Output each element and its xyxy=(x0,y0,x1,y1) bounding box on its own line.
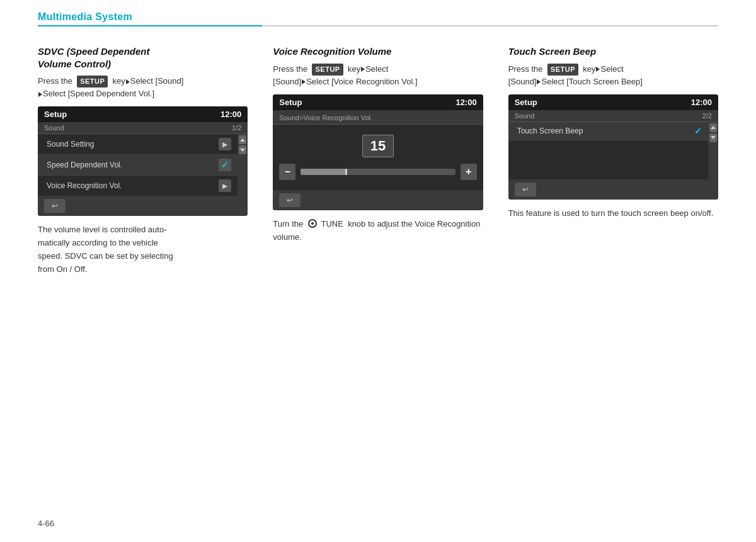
voice-rec-body-tune-pre: Turn the xyxy=(273,219,303,229)
voice-rec-desc-key: key xyxy=(348,64,360,74)
touch-beep-row-label: Touch Screen Beep xyxy=(517,127,694,135)
sdvc-scroll-down[interactable] xyxy=(239,145,246,154)
sdvc-scroll-up-arrow xyxy=(240,138,245,142)
sdvc-row-icon-3: ▶ xyxy=(219,179,231,192)
sdvc-scroll-up[interactable] xyxy=(239,135,246,144)
header: Multimedia System xyxy=(0,0,756,26)
voice-rec-body-text: Turn the TUNE knob to adjust the Voice R… xyxy=(273,218,483,244)
sdvc-row-label-2: Speed Dependent Vol. xyxy=(47,161,215,169)
col-touch-beep: Touch Screen Beep Press the SETUP keySel… xyxy=(508,45,718,276)
touch-beep-scroll-down-arrow xyxy=(711,136,716,139)
sdvc-desc: Press the SETUP keySelect [Sound] Select… xyxy=(38,75,248,100)
sdvc-screen-page: 1/2 xyxy=(232,124,241,132)
touch-beep-title: Touch Screen Beep xyxy=(508,45,718,58)
touch-beep-screen-time: 12:00 xyxy=(691,98,712,107)
voice-rec-arrow2 xyxy=(302,79,306,84)
touch-beep-title-em: Touch Screen Beep xyxy=(508,46,596,57)
voice-rec-desc: Press the SETUP keySelect [Sound]Select … xyxy=(273,63,483,88)
voice-rec-vol-marker xyxy=(345,169,347,175)
sdvc-row-label-1: Sound Setting xyxy=(47,140,215,149)
voice-rec-vol-fill xyxy=(301,169,347,175)
sdvc-screen: Setup 12:00 Sound 1/2 Sound Setting ▶ xyxy=(38,106,248,216)
main-content: SDVC (Speed DependentVolume Control) Pre… xyxy=(0,26,756,276)
touch-beep-scroll-area: Touch Screen Beep ✓ xyxy=(508,122,718,179)
touch-beep-arrow1 xyxy=(596,67,600,72)
sdvc-desc-key: key xyxy=(113,76,125,86)
touch-beep-scroll-up-arrow xyxy=(711,126,716,129)
sdvc-setup-badge: SETUP xyxy=(77,76,108,88)
touch-beep-screen-footer: ↩ xyxy=(508,179,718,200)
sdvc-row-sound-setting[interactable]: Sound Setting ▶ xyxy=(38,134,238,155)
sdvc-row-icon-2: ✓ xyxy=(219,159,231,171)
sdvc-screen-subheader: Sound xyxy=(44,124,64,132)
touch-beep-screen: Setup 12:00 Sound 2/2 Touch Screen Beep … xyxy=(508,94,718,200)
touch-beep-back-button[interactable]: ↩ xyxy=(515,183,536,196)
sdvc-check-icon: ✓ xyxy=(221,160,229,170)
header-title: Multimedia System xyxy=(38,11,718,23)
voice-rec-title: Voice Recognition Volume xyxy=(273,45,483,58)
touch-beep-desc-cont: Select xyxy=(600,64,623,74)
sdvc-scroll-area: Sound Setting ▶ Speed Dependent Vol. ✓ xyxy=(38,134,238,196)
voice-rec-arrow1 xyxy=(361,67,365,72)
sdvc-desc-before: Press the xyxy=(38,76,72,86)
sdvc-screen-time: 12:00 xyxy=(220,110,241,119)
voice-rec-subheader: Sound>Voice Recognition Vol. xyxy=(279,114,372,121)
sdvc-row-icon-1: ▶ xyxy=(219,138,231,150)
touch-beep-arrow2 xyxy=(537,79,541,84)
voice-rec-back-button[interactable]: ↩ xyxy=(279,193,301,207)
sdvc-arrow1 xyxy=(126,79,130,84)
touch-beep-subheader: Sound xyxy=(515,112,535,120)
voice-rec-vol-value: 15 xyxy=(362,135,394,157)
voice-rec-desc-cont3: Select [Voice Recognition Vol.] xyxy=(306,77,417,86)
voice-rec-back-arrow: ↩ xyxy=(287,196,293,205)
touch-beep-desc: Press the SETUP keySelect [Sound]Select … xyxy=(508,63,718,88)
touch-beep-setup-badge: SETUP xyxy=(547,64,578,76)
voice-rec-body-tune-label: TUNE xyxy=(321,219,343,229)
page-number: 4-66 xyxy=(38,519,54,528)
touch-beep-row[interactable]: Touch Screen Beep ✓ xyxy=(508,122,708,140)
sdvc-row-label-3: Voice Recognition Vol. xyxy=(47,181,215,190)
touch-beep-body-text: This feature is used to turn the touch s… xyxy=(508,207,718,220)
sdvc-scroll-down-arrow xyxy=(240,149,245,152)
voice-rec-vol-body: 15 − + xyxy=(273,125,483,190)
touch-beep-desc-cont3: Select [Touch Screen Beep] xyxy=(541,77,642,86)
voice-rec-desc-cont2: [Sound] xyxy=(273,77,301,86)
col-voice-rec: Voice Recognition Volume Press the SETUP… xyxy=(273,45,483,276)
touch-beep-screen-header: Setup 12:00 xyxy=(508,94,718,110)
touch-beep-scroll-inner: Touch Screen Beep ✓ xyxy=(508,122,708,179)
sdvc-body-text: The volume level is controlled auto-mati… xyxy=(38,223,248,276)
touch-beep-scroll-up[interactable] xyxy=(709,123,717,132)
touch-beep-empty-space xyxy=(508,140,708,179)
tune-knob-icon xyxy=(308,219,317,228)
sdvc-scrollbar xyxy=(238,134,248,196)
voice-rec-screen: Setup 12:00 Sound>Voice Recognition Vol.… xyxy=(273,94,483,210)
touch-beep-scroll-down[interactable] xyxy=(709,133,717,142)
voice-rec-body-tune-end: knob to adjust the Voice Recognition vol… xyxy=(273,219,480,242)
sdvc-back-button[interactable]: ↩ xyxy=(44,199,66,213)
voice-rec-vol-slider-row: − + xyxy=(279,164,476,180)
voice-rec-plus-button[interactable]: + xyxy=(461,164,477,180)
voice-rec-screen-time: 12:00 xyxy=(455,98,476,107)
sdvc-screen-with-scroll: Sound Setting ▶ Speed Dependent Vol. ✓ xyxy=(38,134,248,196)
touch-beep-screen-page: 2/2 xyxy=(702,112,712,120)
col-sdvc: SDVC (Speed DependentVolume Control) Pre… xyxy=(38,45,248,276)
voice-rec-desc-before: Press the xyxy=(273,64,307,74)
sdvc-back-arrow: ↩ xyxy=(52,201,58,210)
tune-knob-dot xyxy=(311,222,314,225)
touch-beep-desc-key: key xyxy=(583,64,595,74)
sdvc-desc-cont2: Select [Speed Dependent Vol.] xyxy=(43,89,154,98)
touch-beep-screen-title: Setup xyxy=(515,98,537,107)
sdvc-title: SDVC (Speed DependentVolume Control) xyxy=(38,45,248,70)
voice-rec-screen-footer: ↩ xyxy=(273,190,483,210)
touch-beep-desc-before: Press the xyxy=(508,64,543,74)
sdvc-row-voice-rec[interactable]: Voice Recognition Vol. ▶ xyxy=(38,176,238,196)
sdvc-row-speed-dep[interactable]: Speed Dependent Vol. ✓ xyxy=(38,155,238,176)
voice-rec-setup-badge: SETUP xyxy=(312,64,343,76)
touch-beep-desc-cont2: [Sound] xyxy=(508,77,537,86)
voice-rec-desc-cont: Select xyxy=(365,64,388,74)
sdvc-screen-footer: ↩ xyxy=(38,196,248,216)
voice-rec-vol-track[interactable] xyxy=(301,169,455,175)
sdvc-desc-cont: Select [Sound] xyxy=(130,76,184,86)
voice-rec-minus-button[interactable]: − xyxy=(279,164,295,180)
sdvc-screen-title: Setup xyxy=(44,110,67,119)
